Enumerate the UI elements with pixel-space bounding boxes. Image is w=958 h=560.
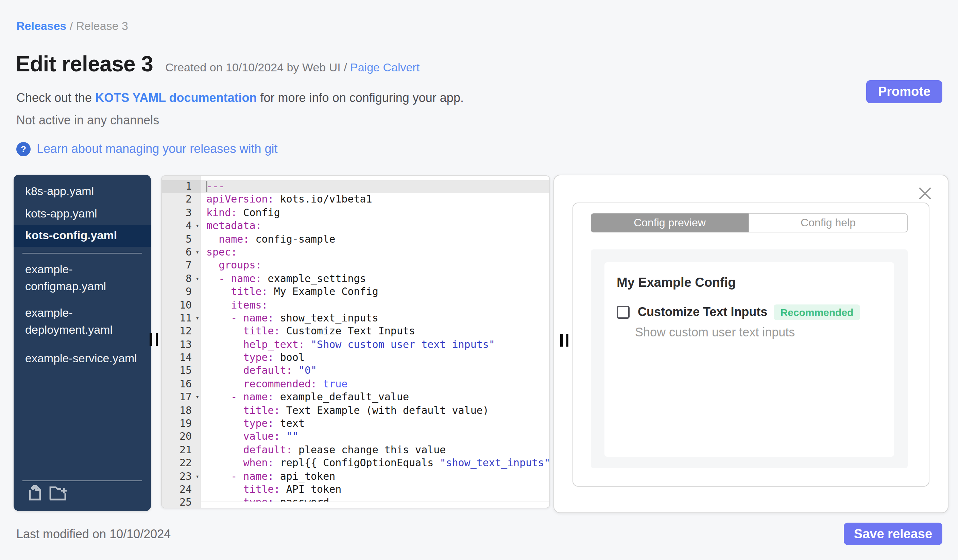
editor-resize-handle[interactable]: [560, 334, 568, 346]
code-token: [206, 483, 243, 495]
sidebar-divider: [22, 253, 142, 253]
code-token: - name:: [231, 312, 274, 324]
code-line[interactable]: title: My Example Config: [201, 285, 549, 299]
add-file-icon[interactable]: [28, 484, 42, 501]
recommended-badge: Recommended: [773, 304, 860, 320]
code-token: Customize Text Inputs: [280, 325, 415, 337]
code-line[interactable]: help_text: "Show custom user text inputs…: [201, 338, 549, 351]
code-line[interactable]: - name: api_token: [201, 470, 549, 483]
kots-yaml-doc-link[interactable]: KOTS YAML documentation: [95, 91, 257, 104]
code-token: My Example Config: [268, 285, 378, 298]
gutter-line-number: 18: [162, 404, 201, 417]
code-token: "Show custom user text inputs": [311, 338, 495, 350]
code-token: help_text:: [243, 338, 305, 350]
code-line[interactable]: items:: [201, 299, 549, 312]
gutter-line-number: 11▾: [162, 312, 201, 325]
code-token: [317, 378, 323, 390]
file-item-example-configmap[interactable]: example-configmap.yaml: [14, 261, 135, 295]
code-line[interactable]: default: "0": [201, 365, 549, 378]
sidebar-bottom-divider: [22, 481, 142, 481]
created-line: Created on 10/10/2024 by Web UI / Paige …: [165, 61, 420, 75]
gutter-line-number: 22: [162, 457, 201, 470]
code-line[interactable]: - name: show_text_inputs: [201, 312, 549, 325]
code-line[interactable]: metadata:: [201, 220, 549, 233]
code-token: apiVersion:: [206, 193, 274, 206]
sidebar-resize-handle[interactable]: [149, 333, 158, 346]
code-token: [206, 457, 243, 469]
question-mark-icon[interactable]: ?: [16, 142, 30, 156]
code-line[interactable]: title: Text Example (with default value): [201, 404, 549, 417]
customize-text-inputs-checkbox[interactable]: [617, 306, 630, 319]
fold-arrow-icon[interactable]: ▾: [195, 220, 199, 233]
code-token: example_settings: [262, 272, 366, 285]
editor-code[interactable]: ---apiVersion: kots.io/v1beta1kind: Conf…: [201, 176, 549, 502]
code-token: - name:: [231, 391, 274, 403]
code-token: default:: [243, 444, 292, 456]
git-help-row: ? Learn about managing your releases wit…: [16, 142, 278, 156]
code-token: example_default_value: [274, 391, 409, 403]
created-author-link[interactable]: Paige Calvert: [350, 61, 420, 74]
code-line[interactable]: when: repl{{ ConfigOptionEquals "show_te…: [201, 457, 549, 470]
file-item-example-service[interactable]: example-service.yaml: [14, 350, 151, 367]
gutter-line-number: 12: [162, 325, 201, 339]
add-folder-icon[interactable]: [49, 484, 68, 501]
code-line[interactable]: title: API token: [201, 483, 549, 497]
file-item-kots-config-selected[interactable]: kots-config.yaml: [14, 225, 151, 247]
git-releases-link[interactable]: Learn about managing your releases with …: [37, 142, 278, 156]
yaml-editor[interactable]: 1234▾56▾78▾91011▾121314151617▾1819202122…: [161, 176, 550, 508]
breadcrumb-separator: /: [66, 20, 76, 33]
code-line[interactable]: recommended: true: [201, 378, 549, 391]
code-token: default:: [243, 365, 292, 377]
code-token: metadata:: [206, 220, 262, 232]
code-token: [206, 365, 243, 377]
code-token: title:: [243, 325, 280, 337]
config-item-help-text: Show custom user text inputs: [635, 326, 795, 340]
code-line[interactable]: type: text: [201, 417, 549, 430]
code-token: bool: [274, 351, 305, 364]
code-line[interactable]: groups:: [201, 259, 549, 272]
title-row: Edit release 3 Created on 10/10/2024 by …: [16, 52, 420, 77]
tab-config-preview[interactable]: Config preview: [591, 214, 749, 233]
code-token: title:: [243, 404, 280, 416]
gutter-line-number: 10: [162, 299, 201, 312]
code-line[interactable]: type: bool: [201, 351, 549, 365]
code-line[interactable]: ---: [201, 180, 549, 193]
code-token: ---: [206, 180, 225, 192]
code-line[interactable]: name: config-sample: [201, 233, 549, 246]
code-line[interactable]: title: Customize Text Inputs: [201, 325, 549, 339]
code-token: API token: [280, 483, 342, 495]
code-token: - name:: [219, 272, 262, 285]
fold-arrow-icon[interactable]: ▾: [195, 246, 199, 259]
fold-arrow-icon[interactable]: ▾: [195, 470, 199, 483]
file-item-kots-app[interactable]: kots-app.yaml: [14, 205, 151, 222]
fold-arrow-icon[interactable]: ▾: [195, 312, 199, 325]
code-token: [206, 325, 243, 337]
gutter-line-number: 24: [162, 483, 201, 497]
code-line[interactable]: value: "": [201, 430, 549, 444]
fold-arrow-icon[interactable]: ▾: [195, 272, 199, 285]
handle-bar: [566, 334, 568, 346]
horizontal-scrollbar[interactable]: [201, 501, 549, 508]
doc-prefix: Check out the: [16, 91, 95, 104]
code-token: config-sample: [249, 233, 335, 245]
close-icon[interactable]: [918, 186, 932, 203]
code-token: [206, 378, 243, 390]
code-line[interactable]: spec:: [201, 246, 549, 259]
save-release-button[interactable]: Save release: [844, 523, 942, 545]
file-item-k8s-app[interactable]: k8s-app.yaml: [14, 183, 151, 200]
code-token: when:: [243, 457, 274, 469]
breadcrumb-releases-link[interactable]: Releases: [16, 20, 66, 33]
breadcrumb-current: Release 3: [76, 20, 128, 33]
promote-button[interactable]: Promote: [866, 80, 942, 103]
code-token: [292, 365, 298, 377]
code-token: repl{{ ConfigOptionEquals: [274, 457, 440, 469]
code-line[interactable]: kind: Config: [201, 207, 549, 220]
code-token: title:: [243, 483, 280, 495]
fold-arrow-icon[interactable]: ▾: [195, 391, 199, 404]
code-line[interactable]: - name: example_settings: [201, 272, 549, 285]
code-line[interactable]: apiVersion: kots.io/v1beta1: [201, 193, 549, 207]
code-line[interactable]: - name: example_default_value: [201, 391, 549, 404]
code-line[interactable]: default: please change this value: [201, 444, 549, 457]
file-item-example-deployment[interactable]: example-deployment.yaml: [14, 304, 135, 339]
tab-config-help[interactable]: Config help: [749, 214, 908, 233]
